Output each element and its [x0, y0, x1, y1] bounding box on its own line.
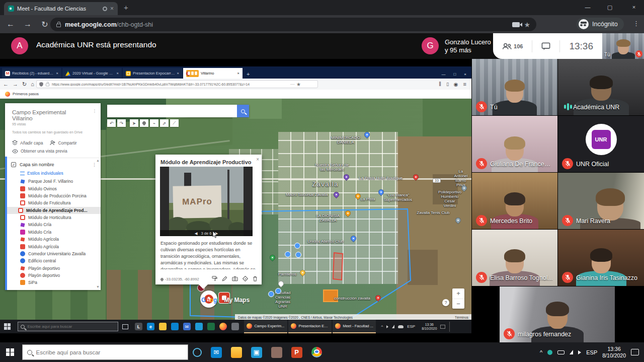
start-button[interactable] — [4, 323, 11, 330]
participant-tile[interactable]: milagros fernandez — [500, 286, 615, 342]
tab-meet[interactable]: Meet - Facultad de Ciencias × — [4, 2, 118, 15]
bookmark-item[interactable]: Primeros pasos — [13, 92, 39, 96]
participants-summary[interactable]: Gonzalo Luceroy 95 más — [445, 38, 491, 54]
layer-item[interactable]: Módulo Agrícola — [5, 236, 101, 243]
settings-icon[interactable] — [231, 323, 239, 330]
file-explorer-icon[interactable] — [159, 323, 167, 330]
style-icon[interactable] — [212, 276, 217, 281]
layer-item[interactable]: Módulo Ovinos — [5, 185, 101, 192]
inner-tab-villarino-active[interactable]: Villarino × — [183, 68, 243, 79]
taskbar-clock[interactable]: 13:368/10/2020 — [602, 346, 626, 359]
edit-pencil-icon[interactable] — [222, 276, 227, 281]
poi-icon[interactable] — [294, 243, 300, 249]
layer-item[interactable]: Playón deportivo — [5, 272, 101, 279]
inner-back-icon[interactable]: ← — [3, 81, 9, 87]
camera-in-use-icon[interactable] — [512, 22, 520, 27]
tab-close-icon[interactable]: × — [110, 5, 114, 12]
store-app-icon[interactable] — [271, 347, 282, 358]
inner-maximize-button[interactable]: □ — [453, 72, 456, 77]
layer-item[interactable]: Edificio central — [5, 257, 101, 264]
mail-icon[interactable]: ✉ — [183, 323, 191, 330]
taskbar-window-button[interactable]: Campo Experim... — [244, 320, 287, 333]
directions-icon[interactable] — [243, 276, 248, 281]
map-search-box[interactable] — [107, 105, 249, 117]
start-button[interactable] — [6, 348, 14, 356]
network-icon[interactable] — [570, 350, 573, 354]
individual-styles-link[interactable]: Estilos individuales — [5, 169, 101, 178]
map-search-input[interactable] — [107, 105, 237, 117]
tray-chevron-icon[interactable]: ^ — [381, 324, 383, 329]
feature-photo[interactable]: MAPro — [160, 167, 253, 236]
inner-reload-icon[interactable]: ↻ — [22, 81, 27, 88]
layer-item[interactable]: Módulo de Horticultura — [5, 214, 101, 221]
tab-close-icon[interactable]: × — [237, 71, 239, 76]
inner-minimize-button[interactable]: — — [441, 72, 445, 77]
window-maximize-button[interactable]: ▢ — [600, 0, 620, 14]
sidebar-icon[interactable]: ▯ — [446, 82, 449, 87]
inner-address-bar[interactable]: https://www.google.com/maps/d/u/0/edit?m… — [36, 80, 318, 88]
store-icon[interactable] — [171, 323, 179, 330]
battery-icon[interactable] — [557, 350, 565, 354]
inner-bookmark-star-icon[interactable]: ★ — [296, 82, 301, 87]
add-layer-button[interactable]: Añadir capa — [12, 140, 43, 146]
excel-icon[interactable] — [207, 323, 215, 330]
select-tool[interactable]: ➤ — [130, 119, 138, 127]
bookmark-star-icon[interactable]: ★ — [524, 21, 530, 29]
participants-button[interactable]: 106 — [502, 42, 523, 50]
layer-item[interactable]: Módulo Cría — [5, 221, 101, 228]
inner-taskbar-search[interactable] — [18, 322, 118, 331]
photos-app-icon[interactable]: ▣ — [251, 347, 262, 358]
participant-tile[interactable]: Gianina Iris Tasinazzo — [558, 230, 644, 286]
inner-tab-drive[interactable]: 2020 Virtual - Google Drive × — [62, 68, 122, 79]
cloud-icon[interactable] — [398, 325, 404, 328]
notebook-app-icon[interactable]: L — [135, 323, 142, 330]
new-tab-button[interactable]: + — [124, 3, 128, 12]
account-icon[interactable]: ◉ — [454, 82, 458, 87]
layer-item[interactable]: Módulo de Aprendizaje Prod... — [5, 207, 101, 214]
participant-tile[interactable]: Tú — [472, 59, 557, 115]
participant-tile[interactable]: UNRUNR Oficial — [558, 116, 644, 172]
poi-icon[interactable] — [295, 252, 301, 258]
inner-clock[interactable]: 13:368/10/2020 — [422, 323, 437, 331]
map-title[interactable]: Campo Experimental Villarino — [5, 103, 89, 122]
layer-item[interactable]: Playón deportivo — [5, 265, 101, 272]
inner-tab-slides[interactable]: Presentacion Expocarrera 2019 × — [123, 68, 182, 79]
inner-new-tab-button[interactable]: + — [247, 71, 250, 77]
taskbar-window-button[interactable]: Presentacion Exp... — [288, 320, 332, 333]
layer-item[interactable]: Módulo de Producción Porcina — [5, 192, 101, 199]
taskbar-search-input[interactable] — [36, 349, 172, 355]
taskbar-window-button[interactable]: Meet - Facultad ... — [333, 320, 376, 333]
delete-trash-icon[interactable] — [253, 276, 258, 281]
taskbar-search[interactable] — [22, 344, 188, 360]
tab-close-icon[interactable]: × — [117, 71, 119, 76]
prev-photo-icon[interactable]: ◀ — [195, 231, 198, 236]
teams-tray-icon[interactable] — [547, 350, 552, 355]
action-center-icon[interactable] — [631, 349, 639, 355]
edge-icon[interactable]: e — [147, 323, 154, 330]
chat-icon[interactable] — [541, 42, 550, 50]
page-actions-icon[interactable]: ⋯ — [290, 82, 294, 87]
poi-icon[interactable] — [275, 288, 281, 294]
layer-checkbox[interactable]: ✓ — [11, 162, 16, 167]
search-button[interactable] — [237, 105, 249, 117]
preview-button[interactable]: Obtener una vista previa — [12, 149, 67, 154]
zoom-in-button[interactable]: + — [452, 288, 464, 299]
forward-icon[interactable]: → — [19, 20, 36, 29]
menu-hamburger-icon[interactable]: ≡ — [463, 81, 466, 87]
scroll-down-icon[interactable]: ▼ — [96, 285, 100, 288]
share-button[interactable]: Compartir — [50, 140, 76, 146]
library-icon[interactable]: ⫼ — [439, 81, 441, 87]
inner-tab-gmail[interactable]: M Recibidos (2) - eduardojuansch × — [2, 68, 61, 79]
terms-link[interactable]: Términos — [455, 316, 468, 319]
layer-item[interactable]: Comedor Universitario Zavalla — [5, 250, 101, 257]
map-canvas[interactable]: MINIMERCADO DANIELANuestra Señora de las… — [0, 99, 471, 320]
mail-app-icon[interactable]: ✉ — [211, 347, 222, 358]
file-explorer-icon[interactable] — [231, 347, 242, 358]
participant-tile[interactable]: Académica UNR — [558, 59, 644, 115]
window-close-button[interactable]: × — [624, 0, 644, 14]
participant-tile[interactable]: Mercedes Brito — [472, 173, 557, 229]
tab-close-icon[interactable]: × — [56, 71, 58, 76]
zoom-out-button[interactable]: − — [452, 299, 464, 309]
panel-menu-icon[interactable]: ⋮ — [89, 103, 101, 118]
directions-tool[interactable]: ⇗ — [160, 119, 169, 127]
